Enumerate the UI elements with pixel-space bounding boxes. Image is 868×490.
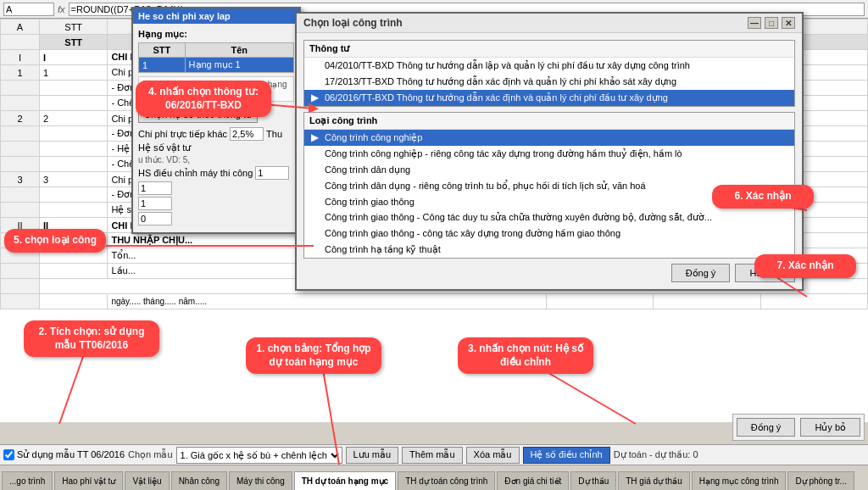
cell-stt-header: STT	[39, 35, 107, 50]
row-num: II	[1, 218, 40, 233]
hm-row-1[interactable]: 1 Hạng mục 1	[139, 58, 294, 73]
dialog-chon-loai[interactable]: Chọn loại công trình — □ ✕ Thông tư 04/2…	[295, 12, 804, 291]
he-so-vat-tu-field: Hệ số vật tư	[138, 142, 294, 153]
loai-ct-item-3[interactable]: Công trình dân dụng	[304, 162, 794, 178]
hang-muc-label: Hạng mục:	[138, 29, 294, 40]
loai-ct-item-5[interactable]: Công trình giao thông	[304, 194, 794, 209]
tt-item-3-text: 06/2016/TT-BXD Thông tư hướng dẫn xác đị…	[325, 92, 668, 103]
checkbox-su-dung-mau[interactable]: Sử dụng mẫu TT 06/2016	[3, 449, 125, 460]
row-num	[1, 203, 40, 218]
them-mau-button[interactable]: Thêm mẫu	[402, 447, 462, 464]
cell-roman-1: I	[39, 50, 107, 65]
cell-reference[interactable]	[3, 3, 54, 16]
row-num	[1, 248, 40, 264]
minimize-button[interactable]: —	[748, 17, 761, 29]
field-3-input[interactable]	[138, 212, 172, 226]
cell-stt-2: 2	[39, 111, 107, 126]
thong-tu-item-3[interactable]: ▶ 06/2016/TT-BXD Thông tư hướng dẫn xác …	[304, 90, 794, 106]
chi-phi-label: Chi phí trực tiếp khác	[138, 129, 227, 140]
loai-ct-text-5: Công trình giao thông	[325, 197, 415, 207]
dialog-chonloai-title: Chọn loại công trình — □ ✕	[297, 14, 802, 33]
field-1-input[interactable]	[138, 181, 172, 195]
tab-may-thi-cong[interactable]: Máy thi công	[229, 471, 292, 490]
field-3	[138, 212, 294, 226]
loai-ct-item-4[interactable]: Công trình dân dụng - riêng công trình t…	[304, 178, 794, 194]
field-2-input[interactable]	[138, 197, 172, 210]
tab-th-du-toan-hang-muc[interactable]: TH dự toán hạng mục	[294, 471, 396, 490]
cell-empty	[39, 126, 107, 142]
xoa-mau-button[interactable]: Xóa mẫu	[466, 447, 520, 464]
loai-ct-text-8: Công trình hạ tầng kỹ thuật	[325, 244, 441, 255]
chon-mau-select[interactable]: 1. Giá gốc x hệ số bù + chênh lệch	[176, 447, 342, 464]
cell-empty8	[546, 294, 653, 309]
cell-empty4	[39, 187, 107, 203]
thong-tu-item-1[interactable]: 04/2010/TT-BXD Thông tư hướng dẫn lập và…	[304, 58, 794, 74]
cell-empty6	[39, 248, 107, 264]
btn-chon-heso[interactable]: Chọn hệ số theo thông tư	[138, 107, 258, 123]
row-num	[1, 142, 40, 157]
thong-tu-header: Thông tư	[304, 41, 794, 58]
tab-hao-phi-vat-tu[interactable]: Hao phí vật tư	[54, 471, 123, 490]
cell-stt-3: 3	[39, 172, 107, 187]
cell-stt-empty2	[39, 96, 107, 111]
dialog-heso-title: He so chi phi xay lap	[133, 8, 299, 24]
luu-mau-button[interactable]: Lưu mẫu	[346, 447, 399, 464]
bottom-toolbar: Sử dụng mẫu TT 06/2016 Chọn mẫu 1. Giá g…	[0, 444, 868, 465]
hm-col-ten: Tên	[185, 43, 293, 58]
dialog-chonloai-title-text: Chọn loại công trình	[303, 17, 403, 29]
loai-ct-text-2: Công trình công nghiệp - riêng công tác …	[325, 148, 682, 159]
heso-note: (Hệ số sẽ được áp dụng cho các hạng mục.…	[138, 76, 294, 102]
hm-cell-stt: 1	[139, 58, 186, 73]
dong-y-button-chonloai[interactable]: Đồng ý	[671, 264, 731, 282]
tab-du-phong[interactable]: Dự phòng tr...	[787, 471, 854, 490]
dialog-chonloai-buttons: Đồng ý Hủy bỏ	[303, 264, 795, 282]
tab-vat-lieu[interactable]: Vật liệu	[125, 471, 169, 490]
thong-tu-item-2[interactable]: 17/2013/TT-BXD Thông tư hướng dẫn xác đị…	[304, 74, 794, 90]
dialog-heso-body: Hạng mục: STT Tên 1 Hạng mục 1 (Hệ số sẽ…	[133, 24, 299, 232]
cell-empty9	[654, 294, 760, 309]
row-num	[1, 279, 40, 294]
hs-dieu-chinh-field: HS điều chỉnh máy thi công	[138, 166, 294, 180]
dialog-heso[interactable]: He so chi phi xay lap Hạng mục: STT Tên …	[131, 7, 301, 234]
huy-bo-button-bottom[interactable]: Hủy bỏ	[800, 418, 860, 437]
tab-nhan-cong[interactable]: Nhân công	[171, 471, 227, 490]
close-button[interactable]: ✕	[782, 17, 795, 29]
tab-th-gia-du-thau[interactable]: TH giá dự thầu	[618, 471, 689, 490]
row-num: 2	[1, 111, 40, 126]
cell-stt-empty	[39, 81, 107, 96]
loai-ct-item-7[interactable]: Công trình giao thông - công tác xây dựn…	[304, 226, 794, 242]
maximize-button[interactable]: □	[765, 17, 778, 29]
huy-bo-button-chonloai[interactable]: Hủy bỏ	[735, 264, 795, 282]
row-num	[1, 35, 40, 50]
row-num: 1	[1, 65, 40, 81]
row-num	[1, 264, 40, 279]
tab-go-trinh[interactable]: ...go trình	[2, 471, 53, 490]
he-so-dieu-chinh-button[interactable]: Hệ số điều chỉnh	[523, 447, 610, 464]
tab-du-thau[interactable]: Dự thầu	[570, 471, 616, 490]
tab-don-gia-chi-tiet[interactable]: Đơn giá chi tiết	[497, 471, 569, 490]
hm-col-stt: STT	[139, 43, 186, 58]
chi-phi-input[interactable]	[230, 127, 264, 141]
loai-ct-item-8[interactable]: Công trình hạ tầng kỹ thuật	[304, 242, 794, 258]
col-header-stt: STT	[39, 19, 107, 35]
loai-ct-item-1[interactable]: ▶ Công trình công nghiệp	[304, 130, 794, 146]
loai-ct-item-6[interactable]: Công trình giao thông - Công tác duy tu …	[304, 209, 794, 226]
su-dung-mau-checkbox[interactable]	[3, 449, 14, 460]
loai-ct-text-6: Công trình giao thông - Công tác duy tu …	[325, 212, 712, 223]
cell-empty10	[760, 294, 867, 309]
hang-muc-table: STT Tên 1 Hạng mục 1	[138, 42, 294, 73]
loai-ct-header: Loại công trình	[304, 113, 794, 130]
dialog-chonloai-body: Thông tư 04/2010/TT-BXD Thông tư hướng d…	[297, 33, 802, 289]
loai-ct-item-2[interactable]: Công trình công nghiệp - riêng công tác …	[304, 146, 794, 162]
chon-mau-label: Chọn mẫu	[128, 449, 173, 460]
chi-phi-field: Chi phí trực tiếp khác Thu	[138, 127, 294, 141]
dong-y-button-bottom[interactable]: Đồng ý	[737, 418, 796, 437]
sheet-tabs: ...go trình Hao phí vật tư Vật liệu Nhân…	[0, 465, 868, 490]
hs-dieu-chinh-input[interactable]	[255, 166, 289, 180]
tab-th-du-toan-cong-trinh[interactable]: TH dự toán công trình	[398, 471, 495, 490]
row-num	[1, 126, 40, 142]
col-header-a: A	[1, 19, 40, 35]
tab-hang-muc-cong-trinh[interactable]: Hạng mục công trình	[692, 471, 787, 490]
cell-roman-3: III	[39, 233, 107, 248]
dialog-title-buttons: — □ ✕	[748, 17, 795, 29]
